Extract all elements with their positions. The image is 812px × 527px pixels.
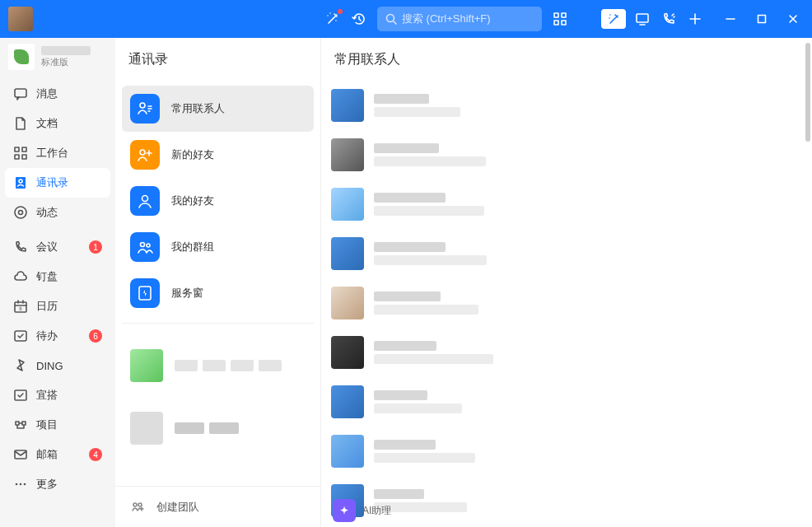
svg-point-21 — [16, 483, 18, 486]
contact-list[interactable] — [321, 81, 812, 527]
contact-row[interactable] — [331, 81, 802, 130]
create-team-button[interactable]: 创建团队 — [115, 486, 320, 527]
nav-messages[interactable]: 消息 — [5, 79, 110, 109]
nav-workbench[interactable]: 工作台 — [5, 138, 110, 168]
org-profile[interactable]: 标准版 — [0, 38, 115, 76]
org-logo — [8, 44, 35, 70]
org-avatar — [130, 412, 163, 445]
phone-icon[interactable] — [656, 6, 682, 32]
nav-yida[interactable]: 宜搭 — [5, 380, 110, 410]
frequent-contacts-icon — [130, 94, 160, 124]
cloud-icon — [13, 269, 28, 284]
category-column: 通讯录 常用联系人 新的好友 我的好友 — [115, 38, 321, 527]
search-input[interactable]: 搜索 (Ctrl+Shift+F) — [377, 7, 542, 31]
contact-row[interactable] — [331, 229, 802, 278]
title-bar: 搜索 (Ctrl+Shift+F) — [0, 0, 812, 38]
new-friends-icon — [130, 140, 160, 170]
nav-more[interactable]: 更多 — [5, 469, 110, 499]
svg-point-30 — [133, 503, 137, 506]
svg-text:8: 8 — [19, 306, 22, 311]
org-item-2[interactable] — [122, 397, 314, 459]
scrollbar[interactable] — [805, 43, 810, 142]
svg-point-24 — [140, 103, 145, 108]
my-friends-icon — [130, 186, 160, 216]
contact-row[interactable] — [331, 328, 802, 377]
contact-row[interactable] — [331, 130, 802, 180]
contact-row[interactable] — [331, 180, 802, 229]
document-icon — [13, 116, 28, 131]
nav-contacts[interactable]: 通讯录 — [5, 168, 110, 198]
sidebar: 标准版 消息 文档 工作台 通讯录 动态 — [0, 38, 115, 527]
svg-point-31 — [138, 503, 142, 506]
nav-calendar[interactable]: 8 日历 — [5, 291, 110, 321]
cat-new-friends[interactable]: 新的好友 — [122, 132, 314, 178]
svg-rect-2 — [562, 13, 566, 17]
nav-drive[interactable]: 钉盘 — [5, 262, 110, 291]
feed-icon — [13, 205, 28, 220]
org-item-1[interactable] — [122, 334, 314, 397]
svg-point-14 — [15, 207, 26, 218]
cat-my-groups[interactable]: 我的群组 — [122, 224, 314, 270]
window-controls — [715, 0, 809, 38]
meeting-icon — [13, 240, 28, 254]
contact-row[interactable] — [331, 476, 802, 525]
cat-frequent-contacts[interactable]: 常用联系人 — [122, 86, 314, 132]
ai-assistant-float[interactable]: ✦ AI助理 — [333, 499, 391, 522]
apps-grid-icon[interactable] — [547, 6, 573, 32]
svg-point-0 — [387, 15, 394, 22]
nav-ding[interactable]: DING — [5, 351, 110, 380]
contact-row[interactable] — [331, 427, 802, 476]
wand-icon[interactable] — [320, 6, 346, 32]
svg-point-22 — [20, 483, 22, 486]
user-avatar[interactable] — [8, 7, 33, 31]
svg-point-25 — [140, 150, 145, 155]
screen-share-icon[interactable] — [629, 6, 656, 32]
more-icon — [13, 477, 28, 492]
svg-point-27 — [141, 243, 145, 247]
svg-point-26 — [142, 196, 148, 202]
nav-mail[interactable]: 邮箱 4 — [5, 440, 110, 469]
nav-todo[interactable]: 待办 6 — [5, 321, 110, 351]
maximize-button[interactable] — [746, 0, 777, 38]
org-edition: 标准版 — [41, 57, 91, 68]
todo-badge: 6 — [89, 329, 102, 343]
main-layout: 标准版 消息 文档 工作台 通讯录 动态 — [0, 38, 812, 527]
nav-documents[interactable]: 文档 — [5, 109, 110, 138]
svg-rect-20 — [15, 450, 26, 459]
chat-icon — [13, 86, 28, 101]
contact-row[interactable] — [331, 377, 802, 427]
minimize-button[interactable] — [715, 0, 746, 38]
contacts-icon — [13, 175, 28, 190]
ai-button[interactable] — [601, 9, 626, 29]
nav-project[interactable]: 项目 — [5, 410, 110, 440]
svg-point-15 — [19, 211, 23, 215]
contact-avatar — [331, 89, 364, 122]
nav-feed[interactable]: 动态 — [5, 198, 110, 227]
org-avatar — [130, 349, 163, 382]
org-name-redacted — [41, 46, 91, 55]
history-icon[interactable] — [346, 6, 372, 32]
mail-icon — [13, 447, 28, 462]
svg-rect-3 — [554, 21, 558, 25]
contact-row[interactable] — [331, 278, 802, 328]
close-button[interactable] — [777, 0, 809, 38]
svg-rect-1 — [554, 13, 558, 17]
svg-rect-11 — [22, 155, 26, 159]
contact-avatar — [331, 435, 364, 468]
add-icon[interactable] — [682, 6, 708, 32]
cat-my-friends[interactable]: 我的好友 — [122, 178, 314, 224]
calendar-icon: 8 — [13, 299, 28, 314]
project-icon — [13, 417, 28, 432]
ding-icon — [13, 358, 28, 373]
contacts-panel-title: 常用联系人 — [321, 38, 812, 81]
contacts-panel: 常用联系人 — [321, 38, 812, 527]
meeting-badge: 1 — [89, 240, 102, 254]
svg-rect-4 — [562, 21, 566, 25]
svg-rect-6 — [758, 16, 766, 23]
cat-service-window[interactable]: 服务窗 — [122, 270, 314, 316]
category-title: 通讯录 — [115, 38, 320, 81]
nav-meeting[interactable]: 会议 1 — [5, 232, 110, 262]
workbench-icon — [13, 146, 28, 161]
category-list: 常用联系人 新的好友 我的好友 我的群组 — [115, 81, 320, 486]
service-window-icon — [130, 278, 160, 308]
